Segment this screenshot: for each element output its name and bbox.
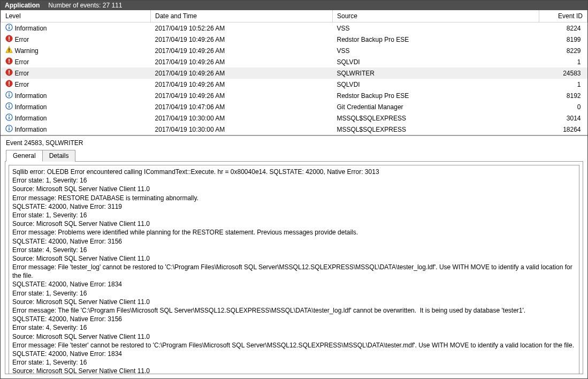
svg-rect-10 <box>9 59 10 62</box>
level-label: Information <box>15 25 47 32</box>
error-icon <box>5 69 13 78</box>
info-icon <box>5 113 13 123</box>
app-name: Application <box>5 2 40 9</box>
level-label: Error <box>15 70 29 77</box>
svg-rect-7 <box>9 48 9 50</box>
cell-source: MSSQL$SQLEXPRESS <box>333 112 539 124</box>
titlebar: Application Number of events: 27 111 <box>1 1 587 10</box>
svg-rect-5 <box>9 40 10 41</box>
info-icon <box>5 102 13 111</box>
svg-rect-17 <box>9 85 10 86</box>
event-count: Number of events: 27 111 <box>48 2 122 9</box>
col-eventid[interactable]: Event ID <box>539 10 587 22</box>
table-row[interactable]: Information2017/04/19 10:30:00 AMMSSQL$S… <box>1 112 587 124</box>
cell-date: 2017/04/19 10:49:26 AM <box>151 45 333 56</box>
table-row[interactable]: Error2017/04/19 10:49:26 AMSQLVDI1 <box>1 56 587 67</box>
level-label: Information <box>15 92 47 100</box>
svg-rect-28 <box>9 128 10 130</box>
table-row[interactable]: Information2017/04/19 10:52:26 AMVSS8224 <box>1 22 587 34</box>
svg-rect-26 <box>9 115 10 116</box>
warn-icon <box>5 46 13 55</box>
cell-eventid: 3014 <box>539 112 587 124</box>
tab-body[interactable]: Sqllib error: OLEDB Error encountered ca… <box>5 161 583 374</box>
svg-rect-8 <box>9 51 9 52</box>
cell-date: 2017/04/19 10:47:06 AM <box>151 101 333 112</box>
table-row[interactable]: Information2017/04/19 10:30:00 AMMSSQL$S… <box>1 124 587 135</box>
event-grid-container: Level Date and Time Source Event ID Info… <box>1 10 587 135</box>
cell-eventid: 8224 <box>539 22 587 34</box>
cell-source: SQLWRITER <box>333 67 539 79</box>
col-source[interactable]: Source <box>333 10 539 22</box>
cell-eventid: 1 <box>539 79 587 90</box>
info-icon <box>5 91 13 100</box>
tab-details[interactable]: Details <box>42 150 76 162</box>
svg-rect-20 <box>9 93 10 94</box>
cell-level: Warning <box>1 45 151 56</box>
svg-rect-19 <box>9 94 10 96</box>
level-label: Error <box>15 58 29 66</box>
cell-level: Information <box>1 101 151 112</box>
cell-date: 2017/04/19 10:30:00 AM <box>151 112 333 124</box>
event-viewer-window: Application Number of events: 27 111 Lev… <box>0 0 588 379</box>
col-level[interactable]: Level <box>1 10 151 22</box>
event-message: Sqllib error: OLEDB Error encountered ca… <box>9 165 579 374</box>
cell-level: Error <box>1 34 151 45</box>
cell-eventid: 1 <box>539 56 587 67</box>
svg-rect-4 <box>9 36 10 39</box>
info-icon <box>5 24 13 33</box>
cell-eventid: 8192 <box>539 90 587 101</box>
svg-rect-14 <box>9 73 10 74</box>
col-date[interactable]: Date and Time <box>151 10 333 22</box>
level-label: Information <box>15 115 47 122</box>
cell-level: Information <box>1 112 151 124</box>
cell-date: 2017/04/19 10:49:26 AM <box>151 79 333 90</box>
svg-rect-25 <box>9 117 10 119</box>
table-row[interactable]: Warning2017/04/19 10:49:26 AMVSS8229 <box>1 45 587 56</box>
svg-rect-2 <box>9 25 10 26</box>
cell-date: 2017/04/19 10:49:26 AM <box>151 34 333 45</box>
error-icon <box>5 80 13 89</box>
cell-source: VSS <box>333 22 539 34</box>
event-grid-scroll[interactable]: Level Date and Time Source Event ID Info… <box>1 10 587 135</box>
cell-eventid: 24583 <box>539 67 587 79</box>
error-icon <box>5 57 13 66</box>
table-row[interactable]: Error2017/04/19 10:49:26 AMSQLWRITER2458… <box>1 67 587 79</box>
level-label: Warning <box>15 47 39 55</box>
svg-rect-22 <box>9 105 10 108</box>
cell-source: VSS <box>333 45 539 56</box>
svg-rect-29 <box>9 126 10 127</box>
level-label: Information <box>15 103 47 111</box>
cell-date: 2017/04/19 10:49:26 AM <box>151 56 333 67</box>
detail-title: Event 24583, SQLWRITER <box>1 136 587 150</box>
table-row[interactable]: Error2017/04/19 10:49:26 AMSQLVDI1 <box>1 79 587 90</box>
info-icon <box>5 125 13 134</box>
cell-source: MSSQL$SQLEXPRESS <box>333 124 539 135</box>
tab-general[interactable]: General <box>6 150 43 162</box>
cell-level: Information <box>1 90 151 101</box>
svg-rect-16 <box>9 81 10 84</box>
detail-pane: Event 24583, SQLWRITER General Details S… <box>1 135 587 378</box>
svg-rect-11 <box>9 62 10 63</box>
table-row[interactable]: Error2017/04/19 10:49:26 AMRedstor Backu… <box>1 34 587 45</box>
error-icon <box>5 35 13 44</box>
cell-date: 2017/04/19 10:52:26 AM <box>151 22 333 34</box>
cell-date: 2017/04/19 10:49:26 AM <box>151 67 333 79</box>
cell-source: SQLVDI <box>333 56 539 67</box>
cell-date: 2017/04/19 10:49:26 AM <box>151 90 333 101</box>
table-row[interactable]: Information2017/04/19 10:47:06 AMGit Cre… <box>1 101 587 112</box>
level-label: Information <box>15 126 47 133</box>
cell-level: Error <box>1 56 151 67</box>
cell-eventid: 8229 <box>539 45 587 56</box>
cell-date: 2017/04/19 10:30:00 AM <box>151 124 333 135</box>
level-label: Error <box>15 81 29 88</box>
cell-eventid: 0 <box>539 101 587 112</box>
svg-rect-1 <box>9 27 10 29</box>
table-row[interactable]: Information2017/04/19 10:49:26 AMRedstor… <box>1 90 587 101</box>
cell-source: SQLVDI <box>333 79 539 90</box>
cell-level: Error <box>1 79 151 90</box>
cell-eventid: 18264 <box>539 124 587 135</box>
cell-eventid: 8199 <box>539 34 587 45</box>
svg-rect-23 <box>9 104 10 105</box>
svg-rect-13 <box>9 70 10 73</box>
level-label: Error <box>15 36 29 43</box>
